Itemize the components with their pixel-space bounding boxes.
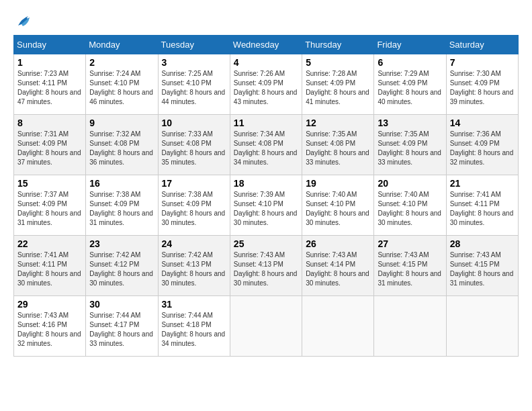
- day-info: Sunrise: 7:26 AMSunset: 4:09 PMDaylight:…: [234, 70, 298, 105]
- day-info: Sunrise: 7:43 AMSunset: 4:15 PMDaylight:…: [378, 251, 441, 287]
- day-number: 21: [450, 178, 515, 189]
- day-number: 20: [378, 178, 442, 189]
- calendar-day-cell: 4Sunrise: 7:26 AMSunset: 4:09 PMDaylight…: [230, 54, 302, 115]
- day-info: Sunrise: 7:44 AMSunset: 4:17 PMDaylight:…: [89, 312, 153, 347]
- day-number: 8: [17, 118, 82, 128]
- day-info: Sunrise: 7:39 AMSunset: 4:10 PMDaylight:…: [234, 191, 298, 226]
- day-number: 30: [89, 299, 154, 310]
- weekday-header: Thursday: [302, 36, 374, 54]
- calendar-day-cell: 9Sunrise: 7:32 AMSunset: 4:08 PMDaylight…: [86, 115, 158, 175]
- day-number: 17: [162, 178, 226, 189]
- day-number: 22: [17, 238, 82, 249]
- day-number: 26: [306, 238, 370, 249]
- day-info: Sunrise: 7:24 AMSunset: 4:10 PMDaylight:…: [89, 70, 153, 105]
- day-number: 2: [89, 57, 154, 68]
- calendar-day-cell: 10Sunrise: 7:33 AMSunset: 4:08 PMDayligh…: [158, 115, 230, 175]
- calendar-day-cell: 25Sunrise: 7:43 AMSunset: 4:13 PMDayligh…: [230, 236, 302, 296]
- calendar-empty-cell: [230, 296, 302, 357]
- day-info: Sunrise: 7:41 AMSunset: 4:11 PMDaylight:…: [450, 191, 514, 226]
- calendar-day-cell: 11Sunrise: 7:34 AMSunset: 4:08 PMDayligh…: [230, 115, 302, 175]
- day-number: 31: [162, 299, 226, 310]
- day-info: Sunrise: 7:41 AMSunset: 4:11 PMDaylight:…: [17, 251, 81, 287]
- day-info: Sunrise: 7:28 AMSunset: 4:09 PMDaylight:…: [306, 70, 369, 105]
- day-info: Sunrise: 7:35 AMSunset: 4:08 PMDaylight:…: [306, 130, 369, 166]
- day-number: 3: [162, 57, 226, 68]
- calendar-day-cell: 14Sunrise: 7:36 AMSunset: 4:09 PMDayligh…: [446, 115, 518, 175]
- day-number: 5: [306, 57, 370, 68]
- day-info: Sunrise: 7:40 AMSunset: 4:10 PMDaylight:…: [306, 191, 369, 226]
- day-info: Sunrise: 7:23 AMSunset: 4:11 PMDaylight:…: [17, 70, 81, 105]
- logo-bird-icon: [15, 13, 35, 28]
- weekday-header: Friday: [374, 36, 446, 54]
- day-number: 27: [378, 238, 442, 249]
- day-info: Sunrise: 7:43 AMSunset: 4:15 PMDaylight:…: [450, 251, 514, 287]
- day-info: Sunrise: 7:43 AMSunset: 4:16 PMDaylight:…: [17, 312, 81, 347]
- calendar-day-cell: 31Sunrise: 7:44 AMSunset: 4:18 PMDayligh…: [158, 296, 230, 357]
- calendar-week-row: 29Sunrise: 7:43 AMSunset: 4:16 PMDayligh…: [14, 296, 519, 357]
- calendar-day-cell: 28Sunrise: 7:43 AMSunset: 4:15 PMDayligh…: [446, 236, 518, 296]
- calendar-day-cell: 5Sunrise: 7:28 AMSunset: 4:09 PMDaylight…: [302, 54, 374, 115]
- day-info: Sunrise: 7:29 AMSunset: 4:09 PMDaylight:…: [378, 70, 441, 105]
- calendar-day-cell: 17Sunrise: 7:38 AMSunset: 4:09 PMDayligh…: [158, 175, 230, 236]
- day-number: 14: [450, 118, 515, 128]
- calendar-day-cell: 22Sunrise: 7:41 AMSunset: 4:11 PMDayligh…: [14, 236, 86, 296]
- calendar-week-row: 22Sunrise: 7:41 AMSunset: 4:11 PMDayligh…: [14, 236, 519, 296]
- calendar-table: SundayMondayTuesdayWednesdayThursdayFrid…: [13, 35, 519, 357]
- day-number: 19: [306, 178, 370, 189]
- calendar-day-cell: 3Sunrise: 7:25 AMSunset: 4:10 PMDaylight…: [158, 54, 230, 115]
- logo: [13, 13, 35, 28]
- calendar-day-cell: 13Sunrise: 7:35 AMSunset: 4:09 PMDayligh…: [374, 115, 446, 175]
- calendar-week-row: 15Sunrise: 7:37 AMSunset: 4:09 PMDayligh…: [14, 175, 519, 236]
- day-number: 29: [17, 299, 82, 310]
- weekday-header: Tuesday: [158, 36, 230, 54]
- day-number: 23: [89, 238, 154, 249]
- day-number: 12: [306, 118, 370, 128]
- calendar-day-cell: 15Sunrise: 7:37 AMSunset: 4:09 PMDayligh…: [14, 175, 86, 236]
- day-number: 24: [162, 238, 226, 249]
- calendar-day-cell: 23Sunrise: 7:42 AMSunset: 4:12 PMDayligh…: [86, 236, 158, 296]
- day-number: 7: [450, 57, 515, 68]
- calendar-empty-cell: [302, 296, 374, 357]
- calendar-day-cell: 19Sunrise: 7:40 AMSunset: 4:10 PMDayligh…: [302, 175, 374, 236]
- calendar-day-cell: 7Sunrise: 7:30 AMSunset: 4:09 PMDaylight…: [446, 54, 518, 115]
- day-info: Sunrise: 7:30 AMSunset: 4:09 PMDaylight:…: [450, 70, 514, 105]
- day-info: Sunrise: 7:36 AMSunset: 4:09 PMDaylight:…: [450, 130, 514, 166]
- calendar-day-cell: 21Sunrise: 7:41 AMSunset: 4:11 PMDayligh…: [446, 175, 518, 236]
- calendar-empty-cell: [374, 296, 446, 357]
- calendar-day-cell: 29Sunrise: 7:43 AMSunset: 4:16 PMDayligh…: [14, 296, 86, 357]
- page-header: [13, 13, 519, 28]
- day-info: Sunrise: 7:34 AMSunset: 4:08 PMDaylight:…: [234, 130, 298, 166]
- calendar-day-cell: 8Sunrise: 7:31 AMSunset: 4:09 PMDaylight…: [14, 115, 86, 175]
- day-info: Sunrise: 7:38 AMSunset: 4:09 PMDaylight:…: [89, 191, 153, 226]
- weekday-header: Monday: [86, 36, 158, 54]
- day-info: Sunrise: 7:42 AMSunset: 4:12 PMDaylight:…: [89, 251, 153, 287]
- day-info: Sunrise: 7:42 AMSunset: 4:13 PMDaylight:…: [162, 251, 226, 287]
- day-number: 15: [17, 178, 82, 189]
- weekday-header: Saturday: [446, 36, 518, 54]
- calendar-day-cell: 1Sunrise: 7:23 AMSunset: 4:11 PMDaylight…: [14, 54, 86, 115]
- day-info: Sunrise: 7:35 AMSunset: 4:09 PMDaylight:…: [378, 130, 441, 166]
- calendar-day-cell: 24Sunrise: 7:42 AMSunset: 4:13 PMDayligh…: [158, 236, 230, 296]
- calendar-day-cell: 12Sunrise: 7:35 AMSunset: 4:08 PMDayligh…: [302, 115, 374, 175]
- day-info: Sunrise: 7:40 AMSunset: 4:10 PMDaylight:…: [378, 191, 441, 226]
- day-number: 25: [234, 238, 298, 249]
- day-number: 11: [234, 118, 298, 128]
- day-info: Sunrise: 7:31 AMSunset: 4:09 PMDaylight:…: [17, 130, 81, 166]
- day-info: Sunrise: 7:38 AMSunset: 4:09 PMDaylight:…: [162, 191, 226, 226]
- day-info: Sunrise: 7:32 AMSunset: 4:08 PMDaylight:…: [89, 130, 153, 166]
- weekday-header-row: SundayMondayTuesdayWednesdayThursdayFrid…: [14, 36, 519, 54]
- day-number: 13: [378, 118, 442, 128]
- day-info: Sunrise: 7:43 AMSunset: 4:13 PMDaylight:…: [234, 251, 298, 287]
- day-number: 9: [89, 118, 154, 128]
- day-number: 6: [378, 57, 442, 68]
- day-info: Sunrise: 7:37 AMSunset: 4:09 PMDaylight:…: [17, 191, 81, 226]
- weekday-header: Wednesday: [230, 36, 302, 54]
- day-number: 16: [89, 178, 154, 189]
- day-number: 18: [234, 178, 298, 189]
- calendar-week-row: 1Sunrise: 7:23 AMSunset: 4:11 PMDaylight…: [14, 54, 519, 115]
- day-number: 10: [162, 118, 226, 128]
- calendar-day-cell: 18Sunrise: 7:39 AMSunset: 4:10 PMDayligh…: [230, 175, 302, 236]
- day-number: 1: [17, 57, 82, 68]
- day-info: Sunrise: 7:25 AMSunset: 4:10 PMDaylight:…: [162, 70, 226, 105]
- day-number: 28: [450, 238, 515, 249]
